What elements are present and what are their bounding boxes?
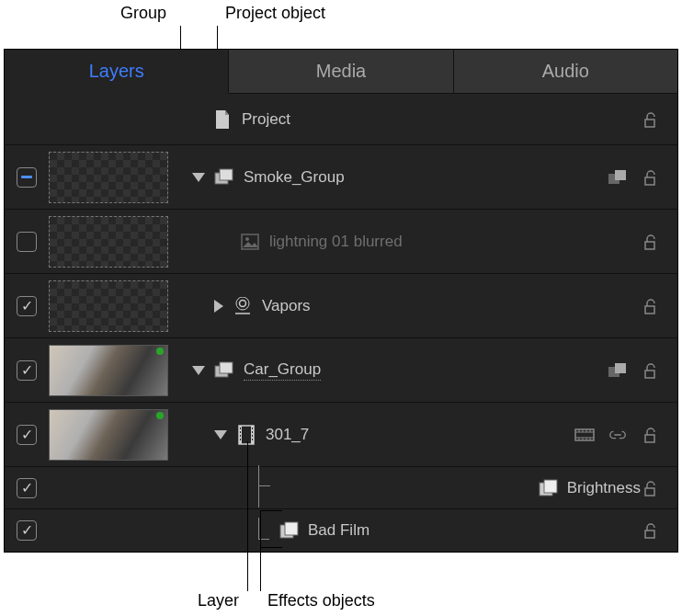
- layer-rows: Project Smoke_Group: [5, 94, 677, 552]
- layer-thumbnail: [49, 345, 168, 396]
- panel-tabs: Layers Media Audio: [5, 50, 677, 94]
- group-icon: [214, 169, 234, 186]
- lock-icon[interactable]: [641, 480, 661, 496]
- filter-icon: [538, 480, 558, 496]
- lock-icon[interactable]: [641, 427, 661, 443]
- disclosure-triangle[interactable]: [192, 173, 205, 182]
- row-project[interactable]: Project: [5, 94, 677, 145]
- lock-icon[interactable]: [641, 298, 661, 314]
- row-label: 301_7: [266, 426, 309, 444]
- callouts-bottom: Layer Effects objects: [0, 565, 682, 616]
- svg-rect-15: [240, 428, 241, 429]
- svg-rect-35: [544, 480, 557, 493]
- callout-project-object-label: Project object: [225, 4, 325, 23]
- row-label: Bad Film: [308, 521, 369, 540]
- tab-layers[interactable]: Layers: [5, 50, 229, 94]
- visibility-checkbox-off[interactable]: [17, 232, 37, 252]
- svg-rect-17: [240, 435, 241, 437]
- filter-icon: [278, 522, 299, 539]
- row-label: Brightness: [567, 479, 641, 497]
- svg-rect-37: [285, 522, 298, 535]
- row-label: Smoke_Group: [244, 168, 345, 187]
- image-icon: [240, 234, 260, 250]
- svg-rect-3: [615, 170, 626, 180]
- row-brightness[interactable]: Brightness: [5, 467, 677, 509]
- svg-point-7: [236, 297, 249, 310]
- project-icon: [212, 111, 233, 128]
- svg-rect-18: [240, 439, 241, 440]
- row-vapors[interactable]: Vapors: [5, 274, 677, 338]
- layer-thumbnail: [49, 280, 168, 332]
- tab-audio[interactable]: Audio: [454, 50, 677, 94]
- row-smoke-group[interactable]: Smoke_Group: [5, 145, 677, 210]
- svg-rect-23: [575, 429, 594, 440]
- blendmode-icon[interactable]: [608, 362, 628, 379]
- layers-panel: Layers Media Audio Project: [4, 49, 678, 553]
- filmstrip-icon[interactable]: [574, 427, 595, 443]
- hierarchy-bracket: [258, 465, 529, 508]
- svg-rect-21: [252, 435, 253, 437]
- row-clip-301-7[interactable]: 301_7: [5, 403, 677, 467]
- callout-layer-label: Layer: [198, 591, 239, 610]
- svg-point-5: [245, 237, 249, 241]
- lock-icon[interactable]: [641, 362, 661, 379]
- row-lightning[interactable]: lightning 01 blurred: [5, 210, 677, 274]
- layer-thumbnail: [49, 409, 168, 461]
- visibility-checkbox-on[interactable]: [17, 360, 37, 381]
- svg-rect-9: [220, 362, 233, 373]
- tab-media[interactable]: Media: [229, 50, 453, 94]
- visibility-checkbox-on[interactable]: [17, 520, 37, 541]
- svg-rect-11: [615, 363, 626, 373]
- row-bad-film[interactable]: Bad Film: [5, 509, 677, 552]
- svg-rect-22: [252, 439, 253, 440]
- row-car-group[interactable]: Car_Group: [5, 338, 677, 403]
- video-clip-icon: [236, 427, 256, 443]
- row-label: Vapors: [262, 297, 311, 315]
- visibility-checkbox-on[interactable]: [17, 296, 37, 316]
- callout-effects-objects-label: Effects objects: [267, 591, 375, 610]
- lock-icon[interactable]: [641, 234, 661, 250]
- lock-icon[interactable]: [641, 169, 661, 186]
- svg-point-6: [240, 300, 246, 306]
- disclosure-triangle[interactable]: [192, 366, 205, 375]
- layer-thumbnail: [49, 216, 168, 268]
- visibility-checkbox-mixed[interactable]: [17, 167, 37, 188]
- lock-icon[interactable]: [641, 111, 661, 128]
- visibility-checkbox-on[interactable]: [17, 425, 37, 445]
- visibility-checkbox-on[interactable]: [17, 478, 37, 498]
- group-icon: [214, 362, 234, 379]
- svg-rect-19: [252, 428, 253, 429]
- generator-icon: [233, 298, 253, 314]
- link-icon[interactable]: [608, 427, 628, 443]
- svg-rect-16: [240, 431, 241, 433]
- svg-rect-20: [252, 431, 253, 433]
- disclosure-triangle[interactable]: [214, 430, 227, 439]
- callout-group-label: Group: [120, 4, 166, 23]
- lock-icon[interactable]: [641, 522, 661, 539]
- callouts-top: Group Project object: [0, 0, 682, 49]
- svg-rect-1: [220, 169, 233, 180]
- row-label: Project: [242, 110, 290, 129]
- disclosure-triangle[interactable]: [214, 300, 223, 313]
- layer-thumbnail: [49, 152, 168, 203]
- blendmode-icon[interactable]: [608, 169, 628, 186]
- row-label: Car_Group: [244, 360, 321, 381]
- row-label: lightning 01 blurred: [269, 233, 403, 251]
